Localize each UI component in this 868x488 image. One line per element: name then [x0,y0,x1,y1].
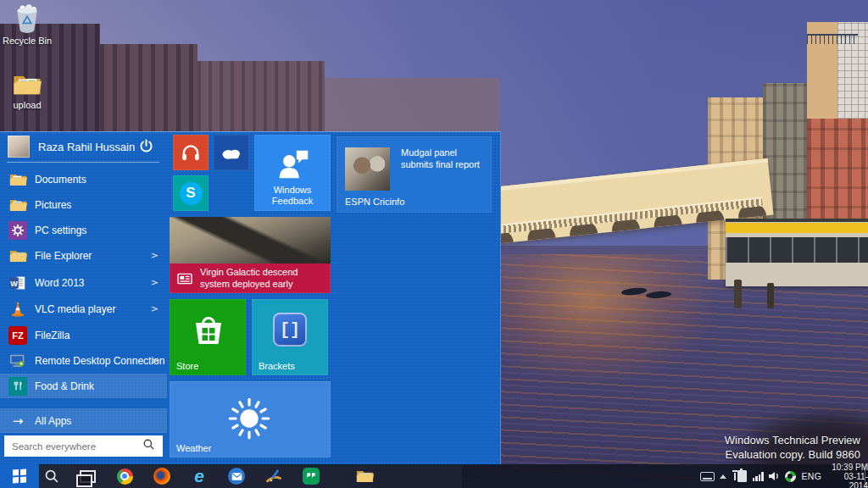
menu-item-label: File Explorer [35,250,92,262]
menu-item-label: Pictures [35,199,71,211]
taskbar-task-view-button[interactable] [78,467,97,485]
tile-news[interactable]: Virgin Galactic descend system deployed … [170,217,331,293]
pc-settings-gear-icon [8,221,27,240]
watermark-line2: Evaluation copy. Build 9860 [726,448,860,461]
internet-explorer-icon: e [194,468,204,485]
watermark-line1: Windows Technical Preview [725,434,860,446]
tile-windows-feedback[interactable]: Windows Feedback [254,135,331,211]
menu-item-word-2013[interactable]: W Word 2013 > [0,270,167,295]
menu-item-all-apps[interactable]: → All Apps [0,408,167,433]
windows-logo-icon [13,469,26,484]
news-caption-bar: Virgin Galactic descend system deployed … [170,263,331,293]
search-box[interactable] [4,435,163,457]
feedback-person-icon [274,146,313,185]
svg-text:W: W [10,279,18,287]
taskbar-firefox[interactable] [153,467,171,485]
brackets-app-icon: [] [273,313,307,347]
battery-charging-icon[interactable] [731,470,750,482]
headphones-icon [180,141,202,164]
remote-desktop-icon [8,352,27,370]
submenu-chevron-icon[interactable]: > [151,277,159,288]
filezilla-icon: FZ [8,326,27,345]
thunderbird-icon [228,468,245,485]
menu-item-filezilla[interactable]: FZ FileZilla [0,323,167,347]
menu-item-label: PC settings [35,225,86,236]
system-tray: ENG 10:39 PM 03-11-2014 [698,464,868,488]
task-view-icon [80,470,96,483]
user-avatar[interactable] [8,136,30,158]
menu-item-label: Documents [35,174,86,186]
menu-item-remote-desktop[interactable]: Remote Desktop Connection > [0,348,167,373]
desktop-icon-upload-folder[interactable]: upload [2,72,53,110]
search-icon [44,469,59,484]
update-sync-icon[interactable] [782,471,798,482]
tile-store[interactable]: Store [170,299,246,375]
show-desktop-button[interactable] [865,464,868,488]
tile-espn-cricinfo[interactable]: Mudgal panel submits final report ESPN C… [337,136,492,213]
vaporetto-yellow-stripe [726,223,868,233]
tile-label: Brackets [259,361,295,371]
pictures-folder-icon [13,72,42,97]
menu-item-label: Word 2013 [35,277,84,289]
tile-skype[interactable]: S [173,175,209,211]
submenu-chevron-icon[interactable]: > [151,250,159,261]
documents-folder-icon [8,170,27,189]
menu-item-file-explorer[interactable]: File Explorer > [0,243,167,268]
tile-label: ESPN Cricinfo [345,197,404,207]
start-menu-user-row[interactable]: Raza Rahil Hussain [0,134,167,159]
search-input[interactable] [4,441,142,452]
taskbar-internet-explorer[interactable]: e [190,467,209,485]
submenu-chevron-icon[interactable]: > [151,303,159,314]
taskbar-journal-pen[interactable] [264,467,283,485]
search-icon[interactable] [142,438,159,455]
food-drink-icon [8,377,27,396]
taskbar-hangouts[interactable] [302,467,320,485]
desktop-icon-recycle-bin[interactable]: Recycle Bin [2,4,53,46]
submenu-chevron-icon[interactable]: > [151,355,159,366]
skype-icon: S [180,182,203,205]
user-name: Raza Rahil Hussain [38,141,135,153]
word-icon: W [8,274,27,292]
wallpaper-dock-piling [767,283,774,308]
network-signal-icon[interactable] [750,471,766,481]
menu-item-pc-settings[interactable]: PC settings [0,218,167,242]
menu-item-food-drink[interactable]: Food & Drink [0,374,167,398]
wallpaper-roof-terrace [807,34,858,44]
menu-item-documents[interactable]: Documents [0,167,167,191]
tile-weather[interactable]: Weather [170,381,331,458]
tile-brackets[interactable]: [] Brackets [252,299,328,375]
vaporetto-roof [726,219,868,222]
hangouts-icon [303,468,320,485]
store-bag-icon [188,309,229,353]
taskbar-thunderbird[interactable] [227,467,246,485]
vlc-cone-icon [8,300,27,319]
start-button[interactable] [0,464,39,488]
espn-news-photo [345,147,390,191]
news-photo-wreckage [170,217,331,263]
clock-date: 03-11-2014 [827,472,868,488]
taskbar-clock[interactable]: 10:39 PM 03-11-2014 [827,463,868,488]
touch-keyboard-icon[interactable] [698,472,716,481]
power-button[interactable] [136,136,155,155]
show-hidden-icons-caret[interactable] [716,474,731,479]
newspaper-icon [176,272,193,286]
menu-item-vlc[interactable]: VLC media player > [0,297,167,321]
desktop-icon-label: Recycle Bin [2,36,53,46]
espn-headline: Mudgal panel submits final report [401,147,486,170]
desktop-screen: Rialto Recycle Bin upload Windows Techni… [0,0,868,488]
news-headline: Virgin Galactic descend system deployed … [200,267,324,290]
taskbar-search-button[interactable] [42,467,61,485]
firefox-icon [153,468,170,485]
tile-label: Store [176,361,198,371]
taskbar-chrome[interactable] [115,467,134,485]
tile-onedrive[interactable] [214,135,249,170]
menu-item-pictures[interactable]: Pictures [0,192,167,217]
onedrive-cloud-icon [220,145,243,161]
all-apps-arrow-icon: → [8,412,27,430]
wallpaper-dock-piling [734,280,742,308]
volume-icon[interactable] [766,471,782,481]
language-indicator[interactable]: ENG [802,471,822,481]
menu-item-label: Food & Drink [35,380,94,392]
taskbar-file-explorer[interactable] [355,467,374,485]
tile-music[interactable] [173,135,209,170]
